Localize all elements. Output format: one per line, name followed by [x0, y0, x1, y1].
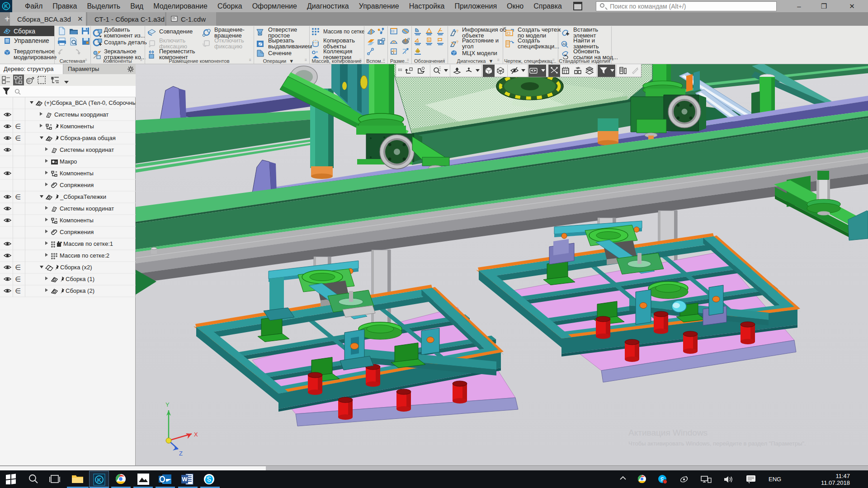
svg-text:R: R [407, 37, 410, 41]
svg-text:АБ: АБ [562, 42, 567, 46]
svg-text:W: W [182, 476, 188, 483]
svg-text:K: K [4, 3, 8, 9]
svg-text:Активация Windows: Активация Windows [628, 428, 708, 437]
svg-text:X: X [194, 431, 198, 438]
svg-text:?: ? [456, 29, 458, 33]
svg-text:Z: Z [179, 450, 183, 457]
svg-text:?: ? [456, 40, 458, 44]
svg-text:Y: Y [165, 401, 170, 408]
svg-text:Б: Б [428, 38, 430, 42]
svg-text:Чтобы активировать Windows, пе: Чтобы активировать Windows, перейдите в … [628, 440, 806, 447]
svg-text:K: K [97, 477, 102, 483]
